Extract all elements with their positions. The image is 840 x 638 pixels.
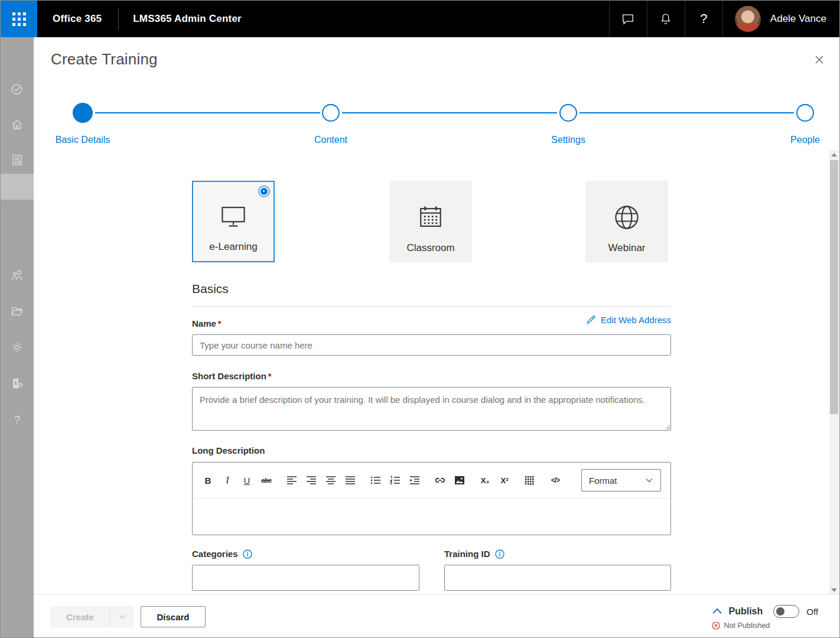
- indent-button[interactable]: [409, 473, 421, 487]
- source-code-button[interactable]: </>: [549, 473, 561, 487]
- calendar-icon: [415, 202, 446, 233]
- format-dropdown[interactable]: Format: [581, 469, 661, 491]
- info-icon[interactable]: [495, 549, 504, 559]
- card-label-elearning: e-Learning: [209, 241, 257, 253]
- pencil-icon: [586, 315, 596, 325]
- training-id-input[interactable]: [444, 565, 671, 591]
- step-connector: [579, 112, 794, 113]
- training-type-card-classroom[interactable]: Classroom: [389, 181, 472, 262]
- short-description-textarea[interactable]: [192, 387, 671, 431]
- step-basic-details-dot[interactable]: [73, 103, 93, 123]
- info-icon[interactable]: [243, 549, 252, 559]
- vertical-scrollbar[interactable]: [829, 150, 839, 595]
- monitor-icon: [218, 201, 249, 232]
- sidebar-item-settings[interactable]: [1, 334, 34, 360]
- categories-input[interactable]: [192, 565, 419, 591]
- strikethrough-button[interactable]: abc: [261, 473, 272, 487]
- sidebar-item-help[interactable]: ?: [1, 407, 34, 433]
- create-options-button[interactable]: [110, 606, 134, 627]
- training-type-card-elearning[interactable]: e-Learning: [192, 181, 275, 262]
- align-right-button[interactable]: [305, 473, 317, 487]
- insert-table-button[interactable]: [524, 473, 536, 487]
- sidebar-item-people[interactable]: [1, 262, 34, 288]
- brand-title[interactable]: Office 365: [37, 1, 118, 37]
- publish-group: Publish Off Not Published: [712, 605, 818, 630]
- waffle-icon: [12, 12, 26, 26]
- long-description-editor: B I U abc: [192, 462, 671, 535]
- required-marker: *: [268, 371, 272, 381]
- app-window: Office 365 LMS365 Admin Center ? Adele V…: [0, 0, 840, 638]
- chat-button[interactable]: [609, 1, 647, 37]
- create-training-dialog: Create Training Basic Details Content Se…: [34, 37, 839, 637]
- user-name: Adele Vance: [770, 13, 826, 25]
- card-label-classroom: Classroom: [406, 242, 454, 254]
- bulleted-list-button[interactable]: [370, 473, 382, 487]
- help-icon: ?: [700, 11, 707, 27]
- chat-icon: [621, 12, 634, 25]
- step-people-dot[interactable]: [796, 104, 814, 122]
- name-label: Name*: [192, 318, 222, 328]
- not-published-icon: [712, 621, 720, 630]
- sidebar-item-news[interactable]: [1, 147, 34, 173]
- create-button[interactable]: Create: [50, 606, 110, 627]
- publish-toggle[interactable]: [773, 605, 799, 618]
- help-button[interactable]: ?: [685, 1, 722, 37]
- training-type-card-webinar[interactable]: Webinar: [585, 181, 668, 262]
- align-left-button[interactable]: [286, 473, 298, 487]
- subscript-button[interactable]: X₂: [479, 473, 491, 487]
- editor-content-area[interactable]: [193, 498, 670, 535]
- publish-label: Publish: [728, 606, 763, 617]
- align-center-icon: [325, 476, 336, 485]
- name-input[interactable]: [192, 334, 671, 356]
- align-center-button[interactable]: [325, 473, 337, 487]
- toggle-knob: [776, 607, 784, 616]
- card-label-webinar: Webinar: [608, 242, 646, 254]
- app-title: LMS365 Admin Center: [119, 1, 256, 37]
- link-button[interactable]: [434, 473, 446, 487]
- italic-button[interactable]: I: [222, 473, 233, 487]
- indent-icon: [409, 476, 420, 485]
- notifications-button[interactable]: [647, 1, 685, 37]
- close-button[interactable]: [812, 53, 826, 67]
- step-settings-dot[interactable]: [559, 104, 577, 122]
- sidebar-item-home[interactable]: [1, 112, 34, 138]
- scroll-up-button[interactable]: [829, 150, 839, 160]
- app-launcher-button[interactable]: [1, 1, 37, 37]
- document-icon: [10, 153, 24, 167]
- edit-web-address-link[interactable]: Edit Web Address: [575, 315, 671, 325]
- numbered-list-button[interactable]: [389, 473, 401, 487]
- short-description-label: Short Description*: [192, 371, 272, 381]
- justify-button[interactable]: [344, 473, 356, 487]
- scrollbar-thumb[interactable]: [830, 160, 838, 414]
- step-basic-details-label[interactable]: Basic Details: [24, 135, 142, 145]
- justify-icon: [345, 476, 356, 485]
- radio-selected-icon[interactable]: [258, 185, 270, 197]
- required-marker: *: [218, 318, 222, 328]
- chevron-up-icon[interactable]: [712, 607, 722, 616]
- close-icon: [815, 55, 824, 64]
- sidebar-item-files[interactable]: [1, 298, 34, 324]
- superscript-button[interactable]: X²: [499, 473, 510, 487]
- step-content-label[interactable]: Content: [272, 135, 390, 145]
- underline-button[interactable]: U: [241, 473, 253, 487]
- scroll-down-button[interactable]: [829, 585, 839, 595]
- chevron-down-icon: [118, 613, 126, 621]
- create-split-button[interactable]: Create: [50, 606, 134, 627]
- user-menu[interactable]: Adele Vance: [722, 1, 839, 37]
- admin-app-icon: [10, 376, 24, 390]
- basics-section-title: Basics: [192, 282, 229, 296]
- publish-status: Not Published: [712, 621, 770, 630]
- step-content-dot[interactable]: [322, 104, 340, 122]
- training-id-label: Training ID: [444, 549, 504, 559]
- bold-button[interactable]: B: [202, 473, 214, 487]
- bulleted-list-icon: [370, 476, 381, 485]
- image-button[interactable]: [454, 473, 465, 487]
- step-settings-label[interactable]: Settings: [509, 135, 627, 145]
- sidebar-item-tasks[interactable]: [1, 76, 34, 102]
- step-people-label[interactable]: People: [746, 135, 840, 145]
- sidebar-item-selected[interactable]: [1, 174, 34, 200]
- chevron-down-icon: [645, 476, 653, 484]
- sidebar-item-admin-app[interactable]: [1, 370, 34, 396]
- discard-button[interactable]: Discard: [141, 606, 206, 627]
- align-left-icon: [286, 476, 297, 485]
